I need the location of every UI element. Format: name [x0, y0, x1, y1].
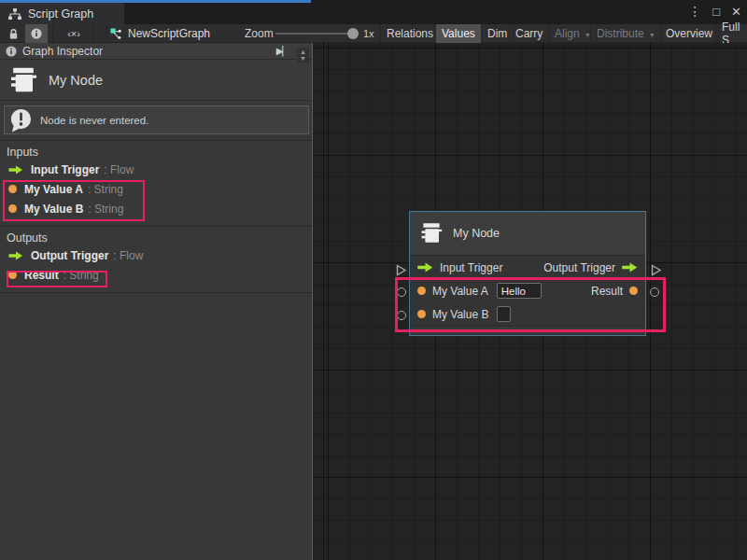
distribute-dropdown[interactable]: Distribute ▼	[590, 24, 662, 43]
close-icon[interactable]: ✕	[731, 5, 741, 19]
warning-box: Node is never entered.	[4, 105, 309, 134]
collapse-panel-icon[interactable]: ▶▏	[274, 46, 291, 56]
value-a-label: My Value A	[432, 285, 488, 298]
inspector-port-result: Result : String	[0, 265, 313, 285]
info-icon	[6, 46, 17, 57]
fullscreen-button[interactable]: Full S	[715, 24, 747, 43]
value-a-port-icon[interactable]	[417, 287, 426, 295]
carry-label: Carry	[515, 27, 543, 40]
node-header[interactable]: My Node	[410, 212, 645, 256]
port-label: Input Trigger	[31, 163, 99, 176]
port-label: My Value B	[24, 203, 83, 216]
tab-script-graph[interactable]: Script Graph	[0, 3, 124, 24]
inspector-port-output-trigger: Output Trigger : Flow	[0, 245, 313, 265]
result-port-icon[interactable]	[629, 287, 638, 295]
zoom-label: Zoom	[245, 24, 274, 43]
value-b-label: My Value B	[432, 308, 488, 321]
code-icon: ‹×›	[67, 28, 80, 39]
value-b-port-icon[interactable]	[417, 310, 426, 318]
external-value-a-port[interactable]	[397, 287, 406, 297]
panel-spinner[interactable]: ▲ ▼	[297, 48, 309, 63]
maximize-icon[interactable]: □	[712, 5, 720, 19]
value-port-icon	[8, 271, 17, 279]
zoom-slider-knob[interactable]	[347, 28, 359, 39]
code-view-button[interactable]: ‹×›	[59, 24, 89, 43]
info-icon	[31, 28, 42, 39]
script-graph-window: Script Graph ⋮ □ ✕ ‹×›	[0, 0, 747, 560]
value-b-input[interactable]	[497, 306, 511, 322]
port-label: My Value A	[24, 183, 83, 196]
result-label: Result	[591, 285, 623, 298]
flow-input-port-icon[interactable]	[417, 262, 433, 273]
warning-text: Node is never entered.	[40, 115, 148, 126]
overview-label: Overview	[666, 27, 712, 40]
input-trigger-label: Input Trigger	[440, 261, 502, 274]
inputs-section-header: Inputs	[0, 141, 313, 160]
value-port-icon	[8, 204, 17, 213]
info-toggle-button[interactable]	[25, 24, 48, 43]
overview-button[interactable]: Overview	[659, 24, 719, 43]
triangle-port-icon	[395, 264, 407, 276]
lock-icon	[8, 28, 19, 40]
graph-tab-icon	[8, 8, 21, 20]
circle-port-icon	[397, 311, 406, 320]
inspector-port-input-trigger: Input Trigger : Flow	[0, 160, 313, 179]
script-graph-asset-icon	[110, 28, 122, 40]
flow-arrow-icon	[8, 251, 23, 260]
align-label: Align	[555, 27, 580, 40]
relations-label: Relations	[387, 27, 433, 40]
unit-node-icon	[9, 67, 37, 93]
graph-asset-breadcrumb[interactable]: NewScriptGraph	[110, 24, 210, 43]
node-row-value-a: My Value A Result	[410, 279, 645, 302]
inspector-port-value-a: My Value A : String	[0, 179, 313, 199]
inspected-node-title: My Node	[49, 73, 103, 88]
flow-output-port-icon[interactable]	[622, 262, 638, 273]
circle-port-icon	[650, 287, 659, 297]
divider	[0, 292, 313, 293]
carry-button[interactable]: Carry	[509, 24, 549, 43]
distribute-label: Distribute	[597, 27, 644, 40]
inspector-title: Graph Inspector	[22, 45, 268, 58]
triangle-port-icon	[650, 264, 662, 276]
spinner-down-icon[interactable]: ▼	[300, 55, 306, 62]
values-label: Values	[442, 27, 475, 40]
inspector-header: Graph Inspector ▶▏ ▲ ▼	[0, 43, 313, 60]
external-value-b-port[interactable]	[397, 311, 406, 320]
zoom-slider-track[interactable]	[275, 33, 358, 35]
spinner-up-icon[interactable]: ▲	[300, 49, 306, 55]
title-bar: Script Graph ⋮ □ ✕	[0, 0, 747, 24]
external-result-port[interactable]	[650, 287, 659, 297]
unit-node-icon	[420, 223, 443, 244]
external-flow-out-port[interactable]	[650, 263, 662, 280]
port-label: Result	[24, 269, 59, 282]
port-type: : String	[63, 269, 99, 282]
outputs-section-header: Outputs	[0, 227, 313, 245]
chevron-down-icon: ▼	[649, 32, 655, 38]
values-button[interactable]: Values	[435, 24, 482, 43]
node-footer	[410, 326, 645, 334]
graph-inspector-panel: Graph Inspector ▶▏ ▲ ▼ My Node	[0, 43, 313, 560]
port-label: Output Trigger	[31, 249, 108, 262]
graph-asset-name: NewScriptGraph	[128, 27, 210, 40]
my-node-unit[interactable]: My Node Input Trigger Output Trigger My …	[409, 211, 646, 336]
flow-arrow-icon	[8, 165, 23, 175]
dim-label: Dim	[487, 27, 507, 40]
inspector-port-value-b: My Value B : String	[0, 199, 313, 218]
circle-port-icon	[397, 287, 406, 297]
lock-button[interactable]	[2, 24, 24, 43]
relations-button[interactable]: Relations	[380, 24, 440, 43]
node-title: My Node	[453, 227, 500, 240]
port-type: : Flow	[104, 163, 134, 176]
graph-toolbar: ‹×› NewScriptGraph Zoom 1x Relations Val…	[0, 24, 747, 43]
port-type: : Flow	[113, 249, 143, 262]
port-type: : String	[88, 183, 123, 196]
port-type: : String	[88, 203, 123, 216]
external-flow-in-port[interactable]	[395, 263, 407, 280]
graph-canvas[interactable]: My Node Input Trigger Output Trigger My …	[313, 43, 747, 560]
window-menu-icon[interactable]: ⋮	[688, 4, 701, 19]
value-a-input[interactable]	[497, 283, 542, 299]
value-port-icon	[8, 185, 17, 193]
zoom-value: 1x	[363, 24, 374, 43]
node-row-value-b: My Value B	[410, 302, 645, 326]
node-row-trigger: Input Trigger Output Trigger	[410, 256, 645, 279]
